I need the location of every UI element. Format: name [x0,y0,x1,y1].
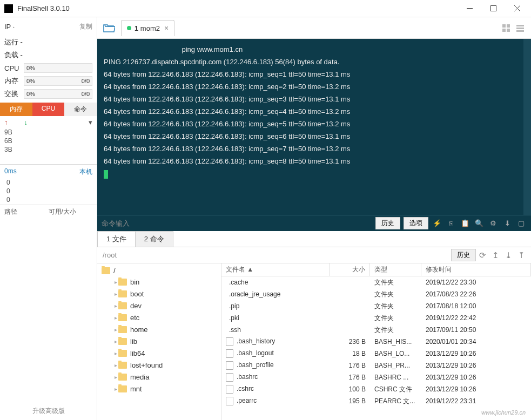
folder-icon [118,302,127,309]
expand-icon[interactable]: ▸ [115,386,117,392]
expand-icon[interactable]: ▸ [115,327,117,333]
tree-item[interactable]: ▸media [99,371,219,383]
tab-number: 1 [135,24,138,32]
local-label[interactable]: 本机 [79,167,92,177]
search-icon[interactable]: 🔍 [474,219,485,227]
tree-item[interactable]: ▸lib64 [99,347,219,359]
watermark: www.jichun29.cn [481,409,526,416]
copy-icon[interactable]: ⎘ [446,219,456,227]
size-header: 可用/大小 [49,207,93,216]
expand-icon[interactable]: ▸ [115,362,117,368]
tab-cpu[interactable]: CPU [32,103,65,116]
command-input[interactable]: 命令输入 [102,219,372,228]
cursor [104,170,108,179]
expand-icon[interactable]: ▸ [115,291,117,297]
bolt-icon[interactable]: ⚡ [432,219,442,227]
path-history-button[interactable]: 历史 [451,249,476,261]
upgrade-link[interactable]: 升级高级版 [0,402,97,420]
term-line: 64 bytes from 122.246.6.183 (122.246.6.1… [104,118,525,130]
folder-icon [118,279,127,286]
tab-memory[interactable]: 内存 [0,103,32,116]
expand-icon[interactable]: ▸ [115,279,117,285]
tree-item[interactable]: ▸etc [99,311,219,323]
file-row[interactable]: .oracle_jre_usage文件夹2017/08/23 22:26 [221,288,531,300]
tab-close-button[interactable]: × [164,24,169,32]
status-dot-icon [127,26,131,30]
folder-icon [118,338,127,345]
minimize-button[interactable] [458,1,481,17]
up-icon[interactable]: ↥ [489,250,502,260]
grid-view-icon[interactable] [501,23,512,33]
tree-root[interactable]: / [99,266,219,276]
close-button[interactable] [505,1,529,17]
file-row[interactable]: .pip文件夹2017/08/18 12:00 [221,300,531,312]
file-row[interactable]: .cache文件夹2019/12/22 23:30 [221,276,531,288]
download-icon[interactable]: ⬇ [502,219,513,227]
swap-bar: 0%0/0 [24,89,92,99]
history-button[interactable]: 历史 [375,217,400,229]
terminal-scrollbar[interactable] [523,39,531,215]
file-row[interactable]: .ssh文件夹2017/09/11 20:50 [221,324,531,336]
app-icon [4,4,13,13]
terminal[interactable]: ping www.mom1.cn PING 2126737.dispatch.s… [97,39,531,215]
expand-icon[interactable]: ▸ [115,374,117,380]
file-icon [226,385,233,394]
file-row[interactable]: .bash_logout18 BBASH_LO...2013/12/29 10:… [221,348,531,360]
file-row[interactable]: .pearrc195 BPEARRC 文...2019/12/22 23:31 [221,395,531,407]
tree-item[interactable]: ▸mnt [99,383,219,395]
col-name[interactable]: 文件名 ▲ [221,263,330,276]
fullscreen-icon[interactable]: ▢ [516,219,527,227]
file-row[interactable]: .cshrc100 BCSHRC 文件2013/12/29 10:26 [221,383,531,395]
zero-1: 0 [6,179,90,187]
titlebar: FinalShell 3.0.10 [0,0,531,17]
upload-icon: ↑ [4,118,8,126]
open-folder-button[interactable] [99,20,119,36]
file-row[interactable]: .bash_history236 BBASH_HIS...2020/01/01 … [221,336,531,348]
tree-item[interactable]: ▸lib [99,335,219,347]
net-val-2: 6B [4,137,92,146]
chevron-down-icon[interactable]: ▾ [89,118,92,126]
maximize-button[interactable] [481,1,505,17]
sidebar: IP · 复制 运行 - 负载 - CPU 0% 内存 0%0/0 交换 0%0… [0,17,97,420]
download-file-icon[interactable]: ⤓ [502,250,515,260]
term-line: ping www.mom1.cn [104,43,525,56]
expand-icon[interactable]: ▸ [115,303,117,309]
ip-label: IP · [4,23,15,31]
file-row[interactable]: .bashrc176 BBASHRC ...2013/12/29 10:26 [221,371,531,383]
file-row[interactable]: .bash_profile176 BBASH_PR...2013/12/29 1… [221,360,531,371]
tree-item[interactable]: ▸home [99,323,219,335]
net-val-1: 9B [4,128,92,137]
tab-files[interactable]: 1 文件 [97,231,136,247]
tree-item[interactable]: ▸dev [99,300,219,311]
file-icon [226,361,233,370]
svg-rect-8 [516,25,524,26]
col-size[interactable]: 大小 [330,263,370,276]
expand-icon[interactable]: ▸ [115,338,117,344]
tree-item[interactable]: ▸bin [99,276,219,288]
col-type[interactable]: 类型 [370,263,421,276]
expand-icon[interactable]: ▸ [115,350,117,356]
term-line: 64 bytes from 122.246.6.183 (122.246.6.1… [104,93,525,105]
bottom-tabs: 1 文件 2 命令 [97,231,531,247]
copy-button[interactable]: 复制 [79,22,92,31]
paste-icon[interactable]: 📋 [460,219,470,227]
file-row[interactable]: .pki文件夹2019/12/22 22:42 [221,312,531,324]
options-button[interactable]: 选项 [404,217,428,229]
refresh-icon[interactable]: ⟳ [476,250,489,260]
list-view-icon[interactable] [515,23,526,33]
folder-icon [118,350,127,357]
col-date[interactable]: 修改时间 [421,263,531,276]
path-input[interactable]: /root [100,251,449,259]
svg-rect-1 [490,6,496,11]
term-line: 64 bytes from 122.246.6.183 (122.246.6.1… [104,105,525,118]
tree-item[interactable]: ▸lost+found [99,359,219,371]
upload-file-icon[interactable]: ⤒ [515,250,528,260]
folder-tree[interactable]: / ▸bin▸boot▸dev▸etc▸home▸lib▸lib64▸lost+… [97,263,221,420]
tree-item[interactable]: ▸boot [99,288,219,300]
term-line: 64 bytes from 122.246.6.183 (122.246.6.1… [104,80,525,93]
tab-commands[interactable]: 2 命令 [135,231,173,247]
tab-command[interactable]: 命令 [64,103,97,116]
session-tab[interactable]: 1 mom2 × [121,20,174,36]
gear-icon[interactable]: ⚙ [488,219,499,227]
expand-icon[interactable]: ▸ [115,315,117,321]
